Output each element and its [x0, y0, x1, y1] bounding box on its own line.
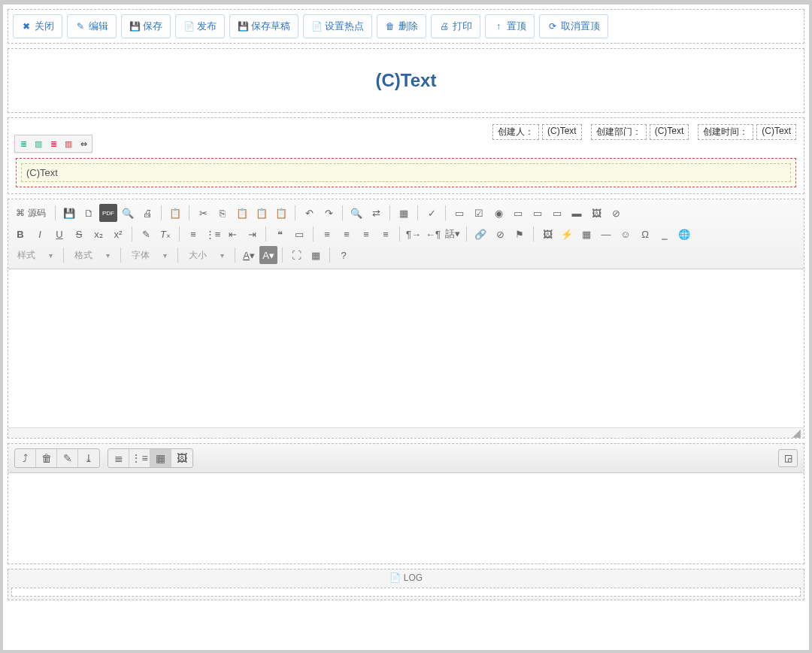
hidden-icon[interactable]: ⊘	[607, 204, 625, 222]
edit-icon[interactable]: ✎	[57, 449, 78, 467]
undo-icon[interactable]: ↶	[300, 204, 318, 222]
outdent-icon[interactable]: ⇤	[223, 225, 241, 243]
unlink-icon[interactable]: ⊘	[491, 225, 509, 243]
language-icon[interactable]: 話▾	[444, 225, 462, 243]
attach-body[interactable]	[8, 473, 804, 563]
align-right-icon[interactable]: ≡	[357, 225, 375, 243]
separator	[399, 226, 400, 241]
collapse-icon[interactable]: ◲	[778, 449, 798, 467]
grid-icon[interactable]: ▦	[150, 449, 171, 467]
strike-icon[interactable]: S	[70, 225, 88, 243]
image-view-icon[interactable]: 🖼	[171, 449, 192, 467]
checkbox-icon[interactable]: ☑	[470, 204, 488, 222]
imagebutton-icon[interactable]: 🖼	[587, 204, 605, 222]
save-button[interactable]: 💾 保存	[121, 14, 171, 38]
link-icon[interactable]: 🔗	[471, 225, 489, 243]
hr-icon[interactable]: —	[597, 225, 615, 243]
hotspot-button[interactable]: 📄 设置热点	[303, 14, 372, 38]
upload-icon[interactable]: ⤴	[15, 449, 36, 467]
bullet-list-icon[interactable]: ⋮≡	[204, 225, 222, 243]
align-center-icon[interactable]: ≣	[47, 137, 60, 150]
size-combo[interactable]: 大小	[183, 246, 230, 264]
close-button[interactable]: ✖ 关闭	[13, 14, 62, 38]
pagebreak-icon[interactable]: ⎯	[656, 225, 674, 243]
editor-resize-handle[interactable]: ◢	[8, 427, 804, 438]
maximize-icon[interactable]: ⛶	[287, 246, 305, 264]
align-justify-icon[interactable]: ≡	[377, 225, 395, 243]
spellcheck-icon[interactable]: ✓	[423, 204, 441, 222]
superscript-icon[interactable]: x²	[109, 225, 127, 243]
find-icon[interactable]: 🔍	[347, 204, 365, 222]
unpin-button[interactable]: ⟳ 取消置顶	[539, 14, 608, 38]
smiley-icon[interactable]: ☺	[617, 225, 635, 243]
list-bullets-icon[interactable]: ⋮≡	[129, 449, 150, 467]
form-icon[interactable]: ▭	[450, 204, 468, 222]
format-combo[interactable]: 格式	[68, 246, 116, 264]
view-mode-group: ≣ ⋮≡ ▦ 🖼	[108, 448, 193, 468]
bg-color-icon[interactable]: A▾	[259, 246, 277, 264]
draft-button[interactable]: 💾 保存草稿	[229, 14, 298, 38]
textarea-icon[interactable]: ▭	[529, 204, 547, 222]
print-icon[interactable]: 🖨	[138, 204, 156, 222]
newpage-icon[interactable]: 🗋	[80, 204, 98, 222]
delete-button[interactable]: 🗑 删除	[377, 14, 426, 38]
bars-icon[interactable]: ▥	[62, 137, 75, 150]
cut-icon[interactable]: ✂	[194, 204, 212, 222]
numbered-list-icon[interactable]: ≡	[184, 225, 202, 243]
columns-icon[interactable]: ▥	[32, 137, 45, 150]
anchor-icon[interactable]: ⚑	[511, 225, 529, 243]
separator	[417, 205, 418, 220]
subscript-icon[interactable]: x₂	[89, 225, 108, 243]
content-text[interactable]: (C)Text	[21, 163, 791, 182]
copy-icon[interactable]: ⎘	[214, 204, 232, 222]
source-button[interactable]: ⌘ 源码	[11, 205, 50, 221]
trash-icon[interactable]: 🗑	[36, 449, 57, 467]
iframe-icon[interactable]: 🌐	[675, 225, 693, 243]
paste-word-icon[interactable]: 📋	[272, 204, 290, 222]
align-left-icon[interactable]: ≡	[318, 225, 336, 243]
preview-icon[interactable]: 🔍	[119, 204, 137, 222]
publish-button[interactable]: 📄 发布	[175, 14, 225, 38]
button-icon[interactable]: ▬	[568, 204, 586, 222]
align-left-icon[interactable]: ≣	[17, 137, 30, 150]
image-icon[interactable]: 🖼	[538, 225, 556, 243]
time-value: (C)Text	[756, 124, 796, 140]
bold-icon[interactable]: B	[11, 225, 29, 243]
paste-text-icon[interactable]: 📋	[253, 204, 271, 222]
text-color-icon[interactable]: A▾	[240, 246, 258, 264]
flash-icon[interactable]: ⚡	[558, 225, 576, 243]
about-icon[interactable]: ?	[335, 246, 353, 264]
div-icon[interactable]: ▭	[290, 225, 308, 243]
expand-icon[interactable]: ⇔	[77, 137, 90, 150]
editor-body[interactable]	[8, 269, 804, 427]
showblocks-icon[interactable]: ▦	[307, 246, 325, 264]
indent-icon[interactable]: ⇥	[243, 225, 261, 243]
save-icon[interactable]: 💾	[60, 204, 78, 222]
print-button[interactable]: 🖨 打印	[431, 14, 480, 38]
copyformat-icon[interactable]: ✎	[137, 225, 155, 243]
list-icon[interactable]: ≣	[108, 449, 129, 467]
template-icon[interactable]: 📋	[166, 204, 184, 222]
rtl-icon[interactable]: ←¶	[424, 225, 442, 243]
edit-button[interactable]: ✎ 编辑	[67, 14, 117, 38]
pin-button[interactable]: ↑ 置顶	[485, 14, 535, 38]
blockquote-icon[interactable]: ❝	[271, 225, 289, 243]
select-icon[interactable]: ▭	[548, 204, 566, 222]
radio-icon[interactable]: ◉	[489, 204, 508, 222]
italic-icon[interactable]: I	[31, 225, 49, 243]
underline-icon[interactable]: U	[50, 225, 68, 243]
align-center-icon[interactable]: ≡	[338, 225, 356, 243]
ltr-icon[interactable]: ¶→	[404, 225, 423, 243]
style-combo[interactable]: 样式	[11, 246, 59, 264]
font-combo[interactable]: 字体	[126, 246, 173, 264]
removeformat-icon[interactable]: Tₓ	[156, 225, 174, 243]
table-icon[interactable]: ▦	[577, 225, 595, 243]
replace-icon[interactable]: ⇄	[367, 204, 385, 222]
textfield-icon[interactable]: ▭	[509, 204, 527, 222]
paste-icon[interactable]: 📋	[233, 204, 251, 222]
selectall-icon[interactable]: ▦	[395, 204, 413, 222]
pdf-icon[interactable]: PDF	[99, 204, 117, 222]
redo-icon[interactable]: ↷	[320, 204, 338, 222]
download-icon[interactable]: ⤓	[78, 449, 99, 467]
specialchar-icon[interactable]: Ω	[636, 225, 654, 243]
